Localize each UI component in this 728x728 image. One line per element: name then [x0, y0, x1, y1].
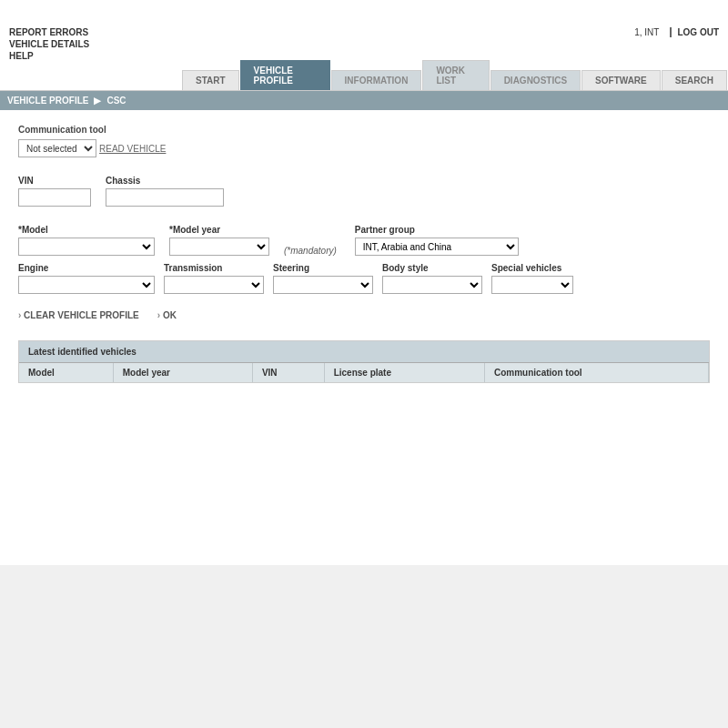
- engine-row: Engine Transmission Steering Body style: [18, 263, 710, 294]
- steering-label: Steering: [273, 263, 373, 273]
- transmission-select[interactable]: [164, 276, 264, 294]
- tab-software[interactable]: SOFTWARE: [581, 70, 661, 90]
- tab-vehicle-profile[interactable]: VEHICLE PROFILE: [240, 60, 330, 90]
- latest-vehicles-header: Latest identified vehicles: [19, 341, 709, 363]
- vin-field-group: VIN: [18, 176, 91, 207]
- model-section: *Model *Model year (*mandatory) Partner …: [18, 225, 710, 326]
- engine-label: Engine: [18, 263, 155, 273]
- vehicle-details-link[interactable]: VEHICLE DETAILS: [9, 39, 89, 49]
- chassis-field-group: Chassis: [106, 176, 224, 207]
- communication-tool-section: Communication tool Not selected READ VEH…: [18, 125, 710, 157]
- top-left-links: REPORT ERRORS VEHICLE DETAILS HELP: [9, 27, 89, 61]
- report-errors-link[interactable]: REPORT ERRORS: [9, 27, 89, 37]
- model-label: *Model: [18, 225, 155, 235]
- chassis-input[interactable]: [106, 188, 224, 207]
- col-vin: VIN: [252, 363, 324, 382]
- breadcrumb-arrow: ▶: [94, 96, 101, 106]
- body-style-label: Body style: [382, 263, 482, 273]
- special-vehicles-field-group: Special vehicles: [491, 263, 573, 294]
- col-communication-tool: Communication tool: [484, 363, 708, 382]
- breadcrumb-csc[interactable]: CSC: [106, 96, 126, 106]
- col-model-year: Model year: [113, 363, 252, 382]
- body-style-field-group: Body style: [382, 263, 482, 294]
- col-model: Model: [19, 363, 113, 382]
- model-select[interactable]: [18, 238, 155, 256]
- partner-group-select[interactable]: INT, Arabia and China: [355, 238, 519, 256]
- vin-input[interactable]: [18, 188, 91, 207]
- model-year-label: *Model year: [169, 225, 269, 235]
- chassis-label: Chassis: [106, 176, 224, 186]
- steering-field-group: Steering: [273, 263, 373, 294]
- read-vehicle-button[interactable]: READ VEHICLE: [99, 144, 166, 154]
- breadcrumb: VEHICLE PROFILE ▶ CSC: [0, 91, 728, 110]
- action-row: CLEAR VEHICLE PROFILE OK: [18, 305, 710, 326]
- special-vehicles-label: Special vehicles: [491, 263, 573, 273]
- transmission-field-group: Transmission: [164, 263, 264, 294]
- vin-label: VIN: [18, 176, 91, 186]
- model-year-field-group: *Model year: [169, 225, 269, 256]
- table-header-row: Model Model year VIN License plate Commu…: [19, 363, 709, 382]
- partner-group-field-group: Partner group INT, Arabia and China: [355, 225, 519, 256]
- mandatory-note: (*mandatory): [284, 246, 337, 256]
- engine-select[interactable]: [18, 276, 155, 294]
- latest-vehicles-table: Model Model year VIN License plate Commu…: [19, 363, 709, 382]
- engine-field-group: Engine: [18, 263, 155, 294]
- comm-tool-select[interactable]: Not selected: [18, 139, 96, 157]
- vin-chassis-row: VIN Chassis: [18, 176, 710, 207]
- ok-button[interactable]: OK: [157, 310, 177, 320]
- tab-diagnostics[interactable]: DIAGNOSTICS: [490, 70, 581, 90]
- model-year-select[interactable]: [169, 238, 269, 256]
- tab-work-list[interactable]: WORK LIST: [422, 60, 489, 90]
- tab-search[interactable]: SEARCH: [662, 70, 727, 90]
- clear-vehicle-profile-button[interactable]: CLEAR VEHICLE PROFILE: [18, 310, 139, 320]
- main-content: Communication tool Not selected READ VEH…: [0, 110, 728, 565]
- transmission-label: Transmission: [164, 263, 264, 273]
- body-style-select[interactable]: [382, 276, 482, 294]
- top-bar: REPORT ERRORS VEHICLE DETAILS HELP 1, IN…: [0, 0, 728, 91]
- comm-tool-label: Communication tool: [18, 125, 710, 135]
- col-license-plate: License plate: [324, 363, 484, 382]
- model-row: *Model *Model year (*mandatory) Partner …: [18, 225, 710, 256]
- model-field-group: *Model: [18, 225, 155, 256]
- steering-select[interactable]: [273, 276, 373, 294]
- logout-button[interactable]: LOG OUT: [670, 27, 719, 37]
- latest-vehicles-section: Latest identified vehicles Model Model y…: [18, 340, 710, 383]
- tab-start[interactable]: START: [182, 70, 239, 90]
- partner-group-label: Partner group: [355, 225, 519, 235]
- help-link[interactable]: HELP: [9, 51, 89, 61]
- user-info: 1, INT: [634, 27, 659, 37]
- tab-information[interactable]: INFORMATION: [331, 70, 422, 90]
- top-right-info: 1, INT LOG OUT: [634, 27, 719, 37]
- breadcrumb-vehicle-profile[interactable]: VEHICLE PROFILE: [7, 96, 88, 106]
- nav-tabs: START VEHICLE PROFILE INFORMATION WORK L…: [182, 60, 728, 90]
- special-vehicles-select[interactable]: [491, 276, 573, 294]
